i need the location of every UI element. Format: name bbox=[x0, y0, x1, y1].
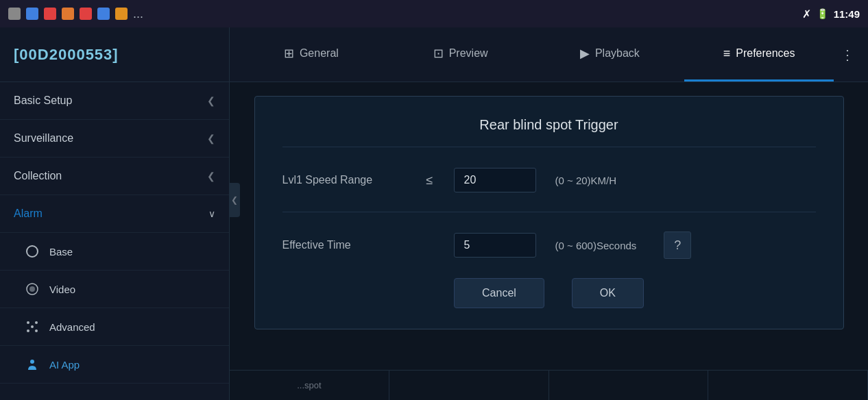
more-icon: ⋮ bbox=[841, 47, 854, 63]
status-bar: ... ✗ 🔋 11:49 bbox=[0, 0, 868, 27]
surveillance-label: Surveillance bbox=[14, 132, 73, 145]
dialog-divider bbox=[282, 212, 816, 212]
notify-icon bbox=[8, 8, 21, 20]
bottom-tab-0[interactable]: ...spot bbox=[230, 371, 389, 400]
sidebar-item-surveillance[interactable]: Surveillance ❮ bbox=[0, 120, 229, 158]
tab-more-button[interactable]: ⋮ bbox=[834, 47, 861, 63]
tab-preview-label: Preview bbox=[449, 47, 488, 60]
bottom-tab-3[interactable] bbox=[708, 371, 868, 400]
dialog-row-speed: Lvl1 Speed Range ≤ (0 ~ 20)KM/H bbox=[282, 168, 816, 192]
effective-time-label: Effective Time bbox=[282, 239, 406, 251]
advanced-icon bbox=[25, 319, 40, 334]
search-icon bbox=[44, 8, 56, 20]
device-header: [00D2000553] bbox=[0, 27, 229, 82]
dialog-title: Rear blind spot Trigger bbox=[282, 117, 816, 147]
battery-icon: 🔋 bbox=[817, 8, 828, 19]
sidebar: [00D2000553] Basic Setup ❮ Surveillance … bbox=[0, 27, 230, 400]
sidebar-item-basic-setup[interactable]: Basic Setup ❮ bbox=[0, 82, 229, 120]
sidebar-collapse-handle[interactable]: ❮ bbox=[229, 183, 240, 217]
ai-app-icon bbox=[25, 357, 40, 372]
basic-setup-label: Basic Setup bbox=[14, 95, 72, 107]
tab-preferences[interactable]: ≡ Preferences bbox=[684, 27, 834, 82]
cancel-button[interactable]: Cancel bbox=[454, 278, 544, 308]
sidebar-sub-base[interactable]: Base bbox=[0, 233, 229, 271]
speed-range-input[interactable] bbox=[454, 168, 536, 192]
collection-label: Collection bbox=[14, 170, 62, 182]
content-area: Rear blind spot Trigger Lvl1 Speed Range… bbox=[230, 82, 868, 400]
more-dots-icon: ... bbox=[133, 7, 143, 21]
video-label: Video bbox=[49, 284, 75, 295]
music2-icon bbox=[97, 8, 110, 20]
sidebar-item-alarm[interactable]: Alarm ∨ bbox=[0, 195, 229, 233]
sidebar-item-collection[interactable]: Collection ❮ bbox=[0, 158, 229, 195]
speed-range-label: Lvl1 Speed Range bbox=[282, 174, 406, 186]
preferences-tab-icon: ≡ bbox=[723, 47, 731, 61]
status-bar-right: ✗ 🔋 11:49 bbox=[802, 8, 860, 21]
svg-point-3 bbox=[31, 325, 34, 328]
ok-button[interactable]: OK bbox=[572, 278, 644, 308]
effective-time-input[interactable] bbox=[454, 233, 536, 258]
svg-point-6 bbox=[27, 329, 29, 332]
tab-preferences-label: Preferences bbox=[736, 47, 795, 60]
sidebar-sub-video[interactable]: Video bbox=[0, 271, 229, 308]
preview-tab-icon: ⊡ bbox=[433, 46, 444, 61]
bottom-tab-1[interactable] bbox=[389, 371, 549, 400]
clock: 11:49 bbox=[834, 8, 860, 20]
vpn-icon bbox=[62, 8, 74, 20]
collection-chevron: ❮ bbox=[207, 171, 215, 182]
sidebar-nav: Basic Setup ❮ Surveillance ❮ Collection … bbox=[0, 82, 229, 400]
advanced-label: Advanced bbox=[49, 321, 95, 333]
help-icon: ? bbox=[674, 238, 681, 253]
svg-point-5 bbox=[35, 321, 38, 324]
playback-tab-icon: ▶ bbox=[580, 46, 590, 61]
tab-playback-label: Playback bbox=[595, 47, 640, 60]
dialog: Rear blind spot Trigger Lvl1 Speed Range… bbox=[254, 96, 844, 329]
dialog-actions: Cancel OK bbox=[282, 278, 816, 308]
content-bottom-tabs: ...spot bbox=[230, 370, 868, 400]
status-bar-left: ... bbox=[8, 7, 143, 21]
svg-point-4 bbox=[27, 321, 29, 324]
tab-playback[interactable]: ▶ Playback bbox=[535, 27, 685, 82]
tab-bar: ⊞ General ⊡ Preview ▶ Playback ≡ Prefere… bbox=[230, 27, 868, 82]
base-icon bbox=[25, 244, 40, 259]
alarm-chevron: ∨ bbox=[208, 208, 215, 219]
music3-icon bbox=[115, 8, 128, 20]
tab-general[interactable]: ⊞ General bbox=[237, 27, 386, 82]
main-layout: [00D2000553] Basic Setup ❮ Surveillance … bbox=[0, 27, 868, 400]
video-icon bbox=[25, 282, 40, 297]
help-button[interactable]: ? bbox=[664, 232, 691, 259]
bluetooth-icon: ✗ bbox=[802, 8, 811, 21]
music1-icon bbox=[80, 8, 92, 20]
device-title: [00D2000553] bbox=[14, 46, 119, 64]
base-label: Base bbox=[49, 246, 73, 258]
svg-point-0 bbox=[27, 246, 38, 257]
svg-point-8 bbox=[30, 360, 34, 364]
bottom-tab-0-label: ...spot bbox=[297, 380, 321, 390]
svg-point-7 bbox=[35, 329, 38, 332]
collapse-icon: ❮ bbox=[231, 195, 238, 205]
bottom-tab-2[interactable] bbox=[549, 371, 709, 400]
speed-range-desc: (0 ~ 20)KM/H bbox=[555, 175, 617, 186]
ai-app-label: AI App bbox=[49, 359, 80, 371]
tab-general-label: General bbox=[300, 47, 339, 60]
general-tab-icon: ⊞ bbox=[284, 46, 294, 61]
sidebar-sub-advanced[interactable]: Advanced bbox=[0, 308, 229, 346]
basic-setup-chevron: ❮ bbox=[207, 95, 215, 106]
wifi-icon bbox=[26, 8, 38, 20]
dialog-row-time: Effective Time (0 ~ 600)Seconds ? bbox=[282, 232, 816, 259]
tab-preview[interactable]: ⊡ Preview bbox=[386, 27, 535, 82]
alarm-label: Alarm bbox=[14, 208, 43, 220]
effective-time-desc: (0 ~ 600)Seconds bbox=[555, 240, 637, 251]
sidebar-sub-ai-app[interactable]: AI App bbox=[0, 346, 229, 384]
surveillance-chevron: ❮ bbox=[207, 133, 215, 144]
speed-range-operator: ≤ bbox=[420, 173, 440, 188]
svg-point-2 bbox=[29, 286, 35, 292]
